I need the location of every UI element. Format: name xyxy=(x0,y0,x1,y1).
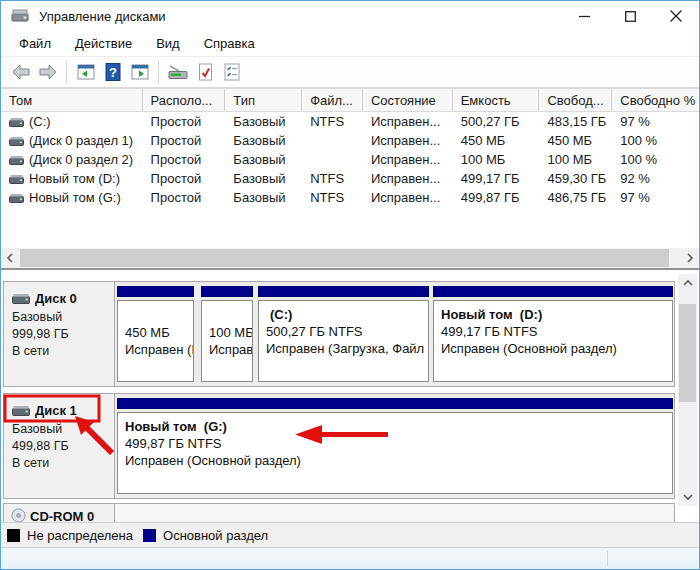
table-row[interactable]: (C:) Простой Базовый NTFS Исправен... 50… xyxy=(1,112,699,131)
legend-item-unallocated: Не распределена xyxy=(7,528,133,543)
menu-action[interactable]: Действие xyxy=(65,32,142,55)
close-button[interactable] xyxy=(653,1,699,31)
cell-capacity: 500,27 ГБ xyxy=(453,114,540,129)
scroll-right-arrow[interactable] xyxy=(681,248,699,268)
cell-free: 450 МБ xyxy=(539,133,612,148)
cell-type: Базовый xyxy=(225,133,302,148)
column-header-free-pct[interactable]: Свободно % xyxy=(612,89,699,111)
volume-list-pane: Том Располо... Тип Файл... Состояние Емк… xyxy=(1,88,699,268)
status-bar xyxy=(1,547,699,569)
cell-capacity: 450 МБ xyxy=(453,133,540,148)
table-row[interactable]: Новый том (G:) Простой Базовый NTFS Испр… xyxy=(1,188,699,207)
graphical-view-pane: Диск 0 Базовый 999,98 ГБ В сети 450 МБ И… xyxy=(1,272,699,522)
cell-free-pct: 97 % xyxy=(612,190,699,205)
scrollbar-thumb[interactable] xyxy=(20,249,669,267)
scroll-up-arrow[interactable] xyxy=(678,274,697,292)
scroll-left-arrow[interactable] xyxy=(1,248,19,268)
partition-status: Исправен (Основной раздел) xyxy=(441,341,617,356)
disk-type: Базовый xyxy=(12,421,108,438)
partition-d[interactable]: Новый том (D:) 499,17 ГБ NTFS Исправен (… xyxy=(433,286,673,382)
legend-bar: Не распределена Основной раздел xyxy=(1,522,699,547)
disk-tools-icon xyxy=(167,62,189,82)
show-console-tree-icon xyxy=(76,62,96,82)
partition-size: 499,87 ГБ NTFS xyxy=(125,436,222,451)
column-header-type[interactable]: Тип xyxy=(225,89,302,111)
partition-color-bar xyxy=(201,286,253,297)
cell-layout: Простой xyxy=(143,171,226,186)
column-header-status[interactable]: Состояние xyxy=(363,89,453,111)
disk-management-window: Управление дисками Файл Действие Вид Спр… xyxy=(0,0,700,570)
partition-c[interactable]: (C:) 500,27 ГБ NTFS Исправен (Загрузка, … xyxy=(258,286,429,382)
properties-button[interactable] xyxy=(218,60,245,85)
cd-rom-icon xyxy=(10,507,27,522)
minimize-icon xyxy=(579,11,590,22)
vertical-scrollbar[interactable] xyxy=(678,274,697,506)
disk-tools-button[interactable] xyxy=(164,60,191,85)
volume-drive-icon xyxy=(9,136,24,146)
cell-free: 100 МБ xyxy=(539,152,612,167)
partition-size: 499,17 ГБ NTFS xyxy=(441,324,538,339)
properties-icon xyxy=(222,62,242,82)
disk-drive-icon xyxy=(12,405,30,416)
disk-size: 999,98 ГБ xyxy=(12,326,108,343)
cell-layout: Простой xyxy=(143,190,226,205)
cell-status: Исправен... xyxy=(363,171,453,186)
cell-layout: Простой xyxy=(143,133,226,148)
partition-size: 450 МБ xyxy=(125,324,186,341)
cell-capacity: 499,17 ГБ xyxy=(453,171,540,186)
partition-efi[interactable]: 100 МБ Исправе xyxy=(201,286,253,382)
show-action-pane-button[interactable] xyxy=(126,60,153,85)
partition-name: Новый том (D:) xyxy=(441,306,665,323)
volume-drive-icon xyxy=(9,155,24,165)
column-header-capacity[interactable]: Емкость xyxy=(453,89,540,111)
menu-help[interactable]: Справка xyxy=(194,32,265,55)
help-button[interactable]: ? xyxy=(99,60,126,85)
menu-view[interactable]: Вид xyxy=(146,32,190,55)
column-header-volume[interactable]: Том xyxy=(1,89,143,111)
cell-filesystem: NTFS xyxy=(302,114,363,129)
legend-label: Не распределена xyxy=(27,528,133,543)
disk-1-label-panel[interactable]: Диск 1 Базовый 499,88 ГБ В сети xyxy=(4,394,115,498)
forward-button[interactable] xyxy=(34,60,61,85)
check-document-button[interactable] xyxy=(191,60,218,85)
minimize-button[interactable] xyxy=(561,1,607,31)
cell-capacity: 100 МБ xyxy=(453,152,540,167)
cell-free: 483,15 ГБ xyxy=(539,114,612,129)
column-header-layout[interactable]: Располо... xyxy=(143,89,226,111)
cell-free-pct: 100 % xyxy=(612,152,699,167)
cdrom-0-label-panel[interactable]: CD-ROM 0 xyxy=(4,504,115,522)
scroll-down-arrow[interactable] xyxy=(678,488,697,506)
disk-0-row: Диск 0 Базовый 999,98 ГБ В сети 450 МБ И… xyxy=(3,281,675,387)
cell-free-pct: 97 % xyxy=(612,114,699,129)
menu-file[interactable]: Файл xyxy=(9,32,61,55)
cell-free: 486,75 ГБ xyxy=(539,190,612,205)
scrollbar-thumb[interactable] xyxy=(679,304,696,402)
cell-type: Базовый xyxy=(225,114,302,129)
table-row[interactable]: Новый том (D:) Простой Базовый NTFS Испр… xyxy=(1,169,699,188)
cell-type: Базовый xyxy=(225,152,302,167)
horizontal-scrollbar[interactable] xyxy=(1,248,699,268)
primary-partition-swatch xyxy=(143,529,156,542)
title-bar: Управление дисками xyxy=(1,1,699,31)
partition-g[interactable]: Новый том (G:) 499,87 ГБ NTFS Исправен (… xyxy=(117,398,673,494)
table-row[interactable]: (Диск 0 раздел 2) Простой Базовый Исправ… xyxy=(1,150,699,169)
back-button[interactable] xyxy=(7,60,34,85)
partition-system-reserved[interactable]: 450 МБ Исправен (Р xyxy=(117,286,194,382)
menu-bar: Файл Действие Вид Справка xyxy=(1,31,699,57)
maximize-button[interactable] xyxy=(607,1,653,31)
disk-name: CD-ROM 0 xyxy=(30,509,94,522)
column-header-filesystem[interactable]: Файл... xyxy=(302,89,363,111)
cell-status: Исправен... xyxy=(363,114,453,129)
volume-drive-icon xyxy=(9,193,24,203)
cell-status: Исправен... xyxy=(363,133,453,148)
toolbar-separator xyxy=(158,61,159,83)
toolbar: ? xyxy=(1,57,699,88)
cell-capacity: 499,87 ГБ xyxy=(453,190,540,205)
table-row[interactable]: (Диск 0 раздел 1) Простой Базовый Исправ… xyxy=(1,131,699,150)
column-header-free[interactable]: Свобод... xyxy=(539,89,612,111)
disk-status: В сети xyxy=(12,455,108,472)
show-console-tree-button[interactable] xyxy=(72,60,99,85)
disk-0-label-panel[interactable]: Диск 0 Базовый 999,98 ГБ В сети xyxy=(4,282,115,386)
cell-volume: (Диск 0 раздел 2) xyxy=(29,152,133,167)
cell-layout: Простой xyxy=(143,152,226,167)
